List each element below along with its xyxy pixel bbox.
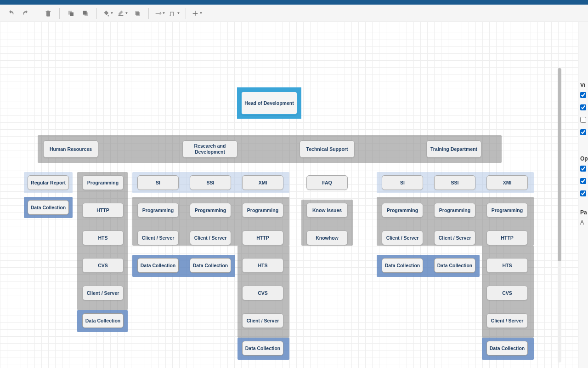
- node-hr[interactable]: Human Resources: [43, 140, 98, 158]
- undo-button[interactable]: [5, 7, 17, 20]
- node-knowissues[interactable]: Know Issues: [306, 203, 348, 218]
- node-train[interactable]: Training Department: [426, 140, 481, 158]
- node-tech[interactable]: Technical Support: [300, 140, 355, 158]
- node-train-xmi-hts[interactable]: HTS: [486, 258, 528, 273]
- fill-color-button[interactable]: ▼: [102, 7, 114, 20]
- side-check-1[interactable]: [580, 92, 586, 98]
- send-back-button[interactable]: [79, 7, 92, 20]
- side-check-6[interactable]: [580, 178, 586, 184]
- node-root[interactable]: Head of Development: [241, 91, 298, 115]
- node-rnd-xmi[interactable]: XMI: [242, 175, 283, 190]
- node-rnd-xmi-cs[interactable]: Client / Server: [242, 313, 283, 328]
- svg-rect-3: [83, 11, 87, 14]
- node-hr-datacol[interactable]: Data Collection: [28, 200, 69, 215]
- node-hr-hts[interactable]: HTS: [82, 230, 124, 245]
- node-rnd-ssi-data[interactable]: Data Collection: [190, 258, 231, 273]
- node-hr-cs[interactable]: Client / Server: [82, 286, 124, 300]
- node-rnd-si-prog[interactable]: Programming: [137, 203, 179, 218]
- node-train-si-data[interactable]: Data Collection: [382, 258, 423, 273]
- node-rnd-ssi[interactable]: SSI: [190, 175, 231, 190]
- node-train-xmi-prog[interactable]: Programming: [486, 203, 528, 218]
- connection-style-button[interactable]: ▼: [153, 7, 166, 20]
- node-hr-prog-datacol[interactable]: Data Collection: [82, 313, 124, 328]
- side-check-4[interactable]: [580, 129, 586, 135]
- node-train-ssi-data[interactable]: Data Collection: [434, 258, 475, 273]
- side-heading-op: Op: [580, 155, 586, 162]
- node-rnd-ssi-cs[interactable]: Client / Server: [190, 230, 231, 245]
- node-rnd-xmi-cvs[interactable]: CVS: [242, 286, 283, 300]
- side-heading-pa: Pa: [580, 209, 586, 216]
- vertical-scrollbar[interactable]: [558, 68, 561, 362]
- node-hr-http[interactable]: HTTP: [82, 203, 124, 218]
- node-train-xmi-http[interactable]: HTTP: [486, 230, 528, 245]
- node-faq[interactable]: FAQ: [306, 175, 348, 190]
- node-train-ssi[interactable]: SSI: [434, 175, 475, 190]
- node-train-ssi-prog[interactable]: Programming: [434, 203, 475, 218]
- node-rnd-ssi-prog[interactable]: Programming: [190, 203, 231, 218]
- svg-point-6: [170, 14, 171, 16]
- delete-button[interactable]: [42, 7, 55, 20]
- side-check-5[interactable]: [580, 166, 586, 172]
- node-train-xmi-cs[interactable]: Client / Server: [486, 313, 528, 328]
- node-hr-prog[interactable]: Programming: [82, 175, 124, 190]
- node-rnd-si-cs[interactable]: Client / Server: [137, 230, 179, 245]
- svg-rect-5: [136, 12, 140, 16]
- node-regreport[interactable]: Regular Report: [28, 175, 69, 190]
- side-heading-view: Vi: [580, 82, 586, 88]
- shadow-button[interactable]: [131, 7, 144, 20]
- node-train-ssi-cs[interactable]: Client / Server: [434, 230, 475, 245]
- routing-style-button[interactable]: ▼: [168, 7, 181, 20]
- node-rnd-si-data[interactable]: Data Collection: [137, 258, 179, 273]
- edges: [0, 22, 138, 91]
- node-rnd-xmi-hts[interactable]: HTS: [242, 258, 283, 273]
- node-rnd-xmi-http[interactable]: HTTP: [242, 230, 283, 245]
- side-check-7[interactable]: [580, 190, 586, 196]
- scrollbar-thumb[interactable]: [558, 68, 561, 261]
- node-rnd-si[interactable]: SI: [137, 175, 179, 190]
- node-train-xmi-cvs[interactable]: CVS: [486, 286, 528, 300]
- stroke-color-button[interactable]: ▼: [116, 7, 129, 20]
- node-rnd[interactable]: Research and Development: [182, 140, 237, 158]
- app-titlebar: [0, 0, 588, 5]
- node-hr-cvs[interactable]: CVS: [82, 258, 124, 273]
- toolbar: ▼ ▼ ▼ ▼ ▼: [0, 5, 588, 22]
- bring-front-button[interactable]: [64, 7, 77, 20]
- node-rnd-xmi-data[interactable]: Data Collection: [242, 341, 283, 356]
- node-train-si-cs[interactable]: Client / Server: [382, 230, 423, 245]
- side-check-2[interactable]: [580, 104, 586, 110]
- side-check-3[interactable]: [580, 117, 586, 123]
- side-panel: Vi Op Pa A: [578, 22, 588, 368]
- svg-point-7: [173, 14, 174, 16]
- node-rnd-xmi-prog[interactable]: Programming: [242, 203, 283, 218]
- node-train-si-prog[interactable]: Programming: [382, 203, 423, 218]
- node-train-xmi[interactable]: XMI: [486, 175, 528, 190]
- canvas[interactable]: Head of Development Human Resources Rese…: [0, 22, 578, 368]
- add-button[interactable]: ▼: [191, 7, 204, 20]
- node-knowhow[interactable]: Knowhow: [306, 230, 348, 245]
- node-train-xmi-data[interactable]: Data Collection: [486, 341, 528, 356]
- redo-button[interactable]: [19, 7, 32, 20]
- side-value-a: A: [580, 219, 586, 226]
- node-train-si[interactable]: SI: [382, 175, 423, 190]
- svg-rect-1: [70, 12, 74, 16]
